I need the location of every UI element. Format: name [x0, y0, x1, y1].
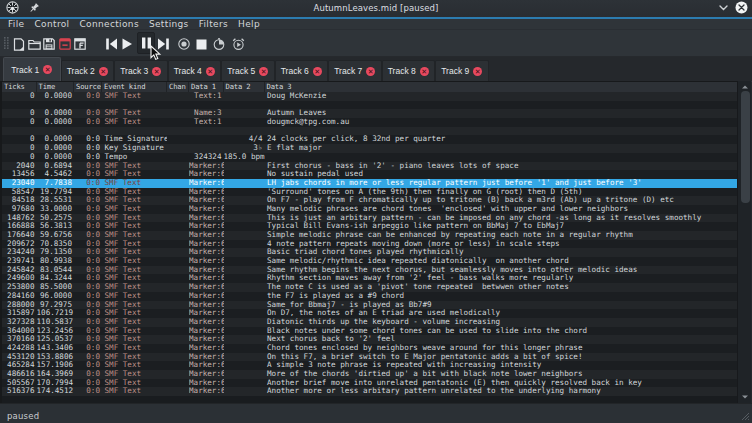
cell-data2	[224, 179, 265, 188]
menu-item-connections[interactable]: Connections	[74, 19, 143, 30]
scroll-up-icon[interactable]	[741, 83, 749, 91]
tab-track-3[interactable]: Track 3✕	[114, 60, 168, 81]
event-row[interactable]: 28416096.00000:0SMF TextMarker:6the F7 i…	[2, 292, 737, 301]
event-row[interactable]: 00.00000:0Time Signature4/424 clocks per…	[2, 135, 737, 144]
tab-close-icon[interactable]: ✕	[206, 67, 215, 76]
event-row[interactable]: 20967270.83500:0SMF TextMarker:64 note p…	[2, 240, 737, 249]
event-row[interactable]: 5854719.77940:0SMF TextMarker:6'Surround…	[2, 188, 737, 197]
event-row[interactable]: 28800097.29750:0SMF TextMarker:6Same for…	[2, 301, 737, 310]
tab-close-icon[interactable]: ✕	[366, 67, 375, 76]
event-row[interactable]: 00.00000:0Tempo324324185.0 bpm	[2, 153, 737, 162]
open-file-button[interactable]	[27, 37, 41, 51]
configure-view-button[interactable]	[73, 37, 87, 51]
event-row[interactable]: 00.00000:0Key Signature3♭E flat major	[2, 144, 737, 153]
cell-ticks	[2, 127, 37, 136]
tab-close-icon[interactable]: ✕	[43, 65, 52, 74]
resize-grip-icon[interactable]	[741, 412, 750, 421]
cell-data2	[224, 188, 265, 197]
close-window-icon[interactable]	[735, 1, 748, 14]
column-header-ticks[interactable]: Ticks	[2, 82, 37, 92]
event-row[interactable]: 24584283.05440:0SMF TextMarker:6Same rhy…	[2, 266, 737, 275]
tab-track-7[interactable]: Track 7✕	[328, 60, 382, 81]
event-row[interactable]: 00.00000:0SMF TextText:1Doug McKenzie	[2, 92, 737, 101]
tab-track-6[interactable]: Track 6✕	[275, 60, 329, 81]
event-row[interactable]: 327328110.58370:0SMF TextMarker:6Diatoni…	[2, 318, 737, 327]
record-button[interactable]	[177, 37, 191, 51]
tab-track-1[interactable]: Track 1✕	[3, 57, 61, 81]
menu-item-filters[interactable]: Filters	[194, 19, 233, 30]
table-header[interactable]: TicksTimeSourceEvent kindChanData 1Data …	[2, 82, 737, 92]
column-header-data-3[interactable]: Data 3	[265, 82, 738, 92]
tab-close-icon[interactable]: ✕	[152, 67, 161, 76]
tab-close-icon[interactable]: ✕	[313, 67, 322, 76]
column-header-event-kind[interactable]: Event kind	[102, 82, 167, 92]
cell-data3: the F7 is played as a #9 chord	[265, 292, 738, 301]
cell-chan	[167, 370, 189, 379]
tab-track-8[interactable]: Track 8✕	[382, 60, 436, 81]
event-row[interactable]: 17664059.67560:0SMF TextMarker:6Simple m…	[2, 231, 737, 240]
column-header-data-2[interactable]: Data 2	[224, 82, 265, 92]
event-row[interactable]: 8451828.55310:0SMF TextMarker:6On F7 - p…	[2, 196, 737, 205]
event-row[interactable]: 134564.54620:0SMF TextMarker:6No sustain…	[2, 170, 737, 179]
cell-chan	[167, 379, 189, 388]
column-header-chan[interactable]: Chan	[167, 82, 189, 92]
cell-kind: SMF Text	[102, 327, 167, 336]
play-timer-button[interactable]	[231, 37, 245, 51]
tab-track-4[interactable]: Track 4✕	[168, 60, 222, 81]
event-row[interactable]: 00.00000:0SMF TextText:1dougmck@tpg.com.…	[2, 118, 737, 127]
event-row[interactable]: 00.00000:0SMF TextName:3Autumn Leaves	[2, 109, 737, 118]
menu-item-help[interactable]: Help	[233, 19, 265, 30]
event-row[interactable]: 20400.68940:0SMF TextMarker:6First choru…	[2, 162, 737, 171]
tab-track-9[interactable]: Track 9✕	[435, 60, 489, 81]
event-row[interactable]: 14876250.25750:0SMF TextMarker:6This is …	[2, 214, 737, 223]
event-table[interactable]: 00.00000:0SMF TextText:1Doug McKenzie00.…	[2, 92, 737, 403]
tab-close-icon[interactable]: ✕	[259, 67, 268, 76]
event-row[interactable]: 315897106.72190:0SMF TextMarker:6On D7, …	[2, 309, 737, 318]
event-row[interactable]: 505567170.79940:0SMF TextMarker:6Another…	[2, 379, 737, 388]
event-row[interactable]	[2, 101, 737, 110]
scroll-down-icon[interactable]	[741, 393, 749, 401]
event-row[interactable]: 516376174.45120:0SMF TextMarker:6Another…	[2, 387, 737, 396]
event-row[interactable]: 486616164.39690:0SMF TextMarker:6More of…	[2, 370, 737, 379]
timer-button[interactable]	[212, 37, 226, 51]
cell-ticks: 239741	[2, 257, 37, 266]
event-row[interactable]	[2, 127, 737, 136]
event-row[interactable]: 370160125.05370:0SMF TextMarker:6Next ch…	[2, 335, 737, 344]
event-row[interactable]: 24960084.32440:0SMF TextMarker:6Rhythm s…	[2, 274, 737, 283]
column-header-data-1[interactable]: Data 1	[189, 82, 224, 92]
menu-item-settings[interactable]: Settings	[144, 19, 194, 30]
new-file-button[interactable]	[12, 37, 26, 51]
tab-close-icon[interactable]: ✕	[99, 67, 108, 76]
cell-data3: On F7 - play from F chromatically up to …	[265, 196, 738, 205]
column-header-time[interactable]: Time	[37, 82, 75, 92]
event-row[interactable]: 25380085.50000:0SMF TextMarker:6The note…	[2, 283, 737, 292]
tab-track-5[interactable]: Track 5✕	[221, 60, 275, 81]
event-row[interactable]: 230407.78380:0SMF TextMarker:6LH jabs ch…	[2, 179, 737, 188]
event-row[interactable]: 23424079.13500:0SMF TextMarker:6Basic tr…	[2, 248, 737, 257]
event-row[interactable]: 424288143.34060:0SMF TextMarker:6Chord t…	[2, 344, 737, 353]
tab-close-icon[interactable]: ✕	[473, 67, 482, 76]
tab-close-icon[interactable]: ✕	[420, 67, 429, 76]
cell-ticks: 486616	[2, 370, 37, 379]
vertical-scrollbar[interactable]	[737, 81, 751, 403]
column-header-source[interactable]: Source	[74, 82, 102, 92]
tab-track-2[interactable]: Track 2✕	[61, 60, 115, 81]
event-row[interactable]: 23974180.99380:0SMF TextMarker:6Same mel…	[2, 257, 737, 266]
event-row[interactable]: 16688856.38130:0SMF TextMarker:6Typical …	[2, 222, 737, 231]
stop-button[interactable]	[194, 37, 208, 51]
menu-item-file[interactable]: File	[3, 19, 29, 30]
toolbar-drag-handle[interactable]	[4, 37, 9, 49]
menu-item-control[interactable]: Control	[29, 19, 74, 30]
titlebar[interactable]: AutumnLeaves.mid [paused]	[0, 0, 752, 17]
event-row[interactable]: 465284157.19060:0SMF TextMarker:6A simpl…	[2, 361, 737, 370]
cell-data2	[224, 118, 265, 127]
save-file-button[interactable]	[42, 37, 56, 51]
close-red-button[interactable]	[58, 37, 72, 51]
event-row[interactable]: 453120153.88060:0SMF TextMarker:6On this…	[2, 353, 737, 362]
event-row[interactable]: 9768033.00000:0SMF TextMarker:6Many melo…	[2, 205, 737, 214]
skip-backward-button[interactable]	[104, 37, 118, 51]
play-button[interactable]	[120, 37, 134, 51]
event-row[interactable]: 364000123.24560:0SMF TextMarker:6Black n…	[2, 327, 737, 336]
chevron-down-icon[interactable]	[718, 2, 729, 13]
scrollbar-thumb[interactable]	[741, 91, 750, 203]
